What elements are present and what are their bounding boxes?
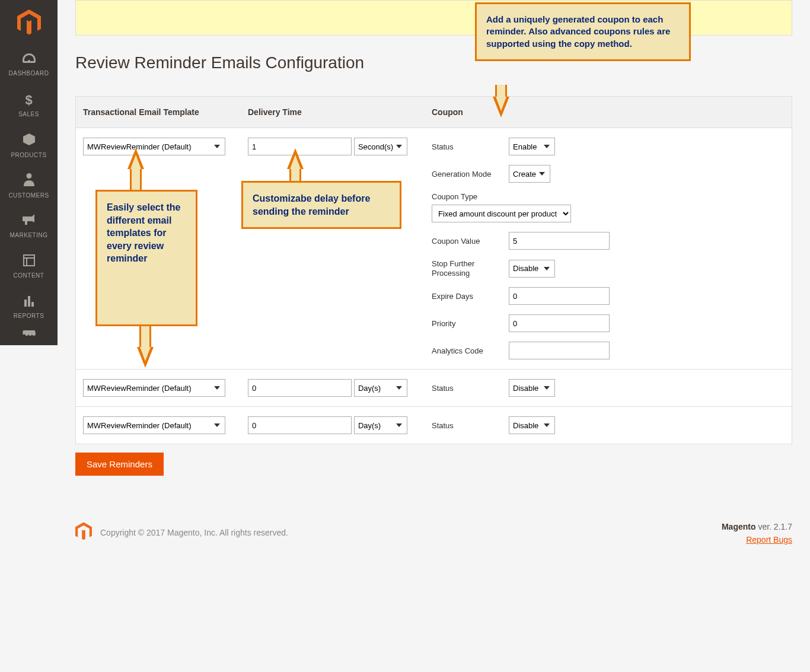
coupon-expire-input[interactable] <box>509 287 610 305</box>
annotation-arrow-down-icon <box>137 347 154 368</box>
template-select[interactable]: MWReviewReminder (Default) <box>83 138 225 155</box>
save-reminders-button[interactable]: Save Reminders <box>75 453 164 476</box>
coupon-value-input[interactable] <box>509 232 610 250</box>
bars-icon <box>23 295 35 310</box>
coupon-genmode-select[interactable]: Create <box>509 165 550 183</box>
status-label: Status <box>432 384 509 393</box>
couponvalue-label: Coupon Value <box>432 237 509 246</box>
annotation-arrow-up-icon <box>127 148 144 169</box>
annotation-arrow-up-icon <box>287 148 304 169</box>
coupontype-label: Coupon Type <box>432 192 785 201</box>
priority-label: Priority <box>432 319 509 328</box>
dollar-icon: $ <box>25 93 32 108</box>
delivery-unit-select[interactable]: Day(s) <box>354 379 407 397</box>
annotation-arrow-stem <box>495 85 507 97</box>
footer-version: Magento ver. 2.1.7 <box>722 522 792 531</box>
nav-products[interactable]: PRODUCTS <box>0 125 58 165</box>
layout-icon <box>23 254 35 269</box>
nav-customers[interactable]: CUSTOMERS <box>0 165 58 206</box>
svg-rect-0 <box>24 300 27 307</box>
nav-stores-partial[interactable] <box>0 327 58 351</box>
magento-logo[interactable] <box>0 0 58 44</box>
page-footer: Copyright © 2017 Magento, Inc. All right… <box>58 492 810 568</box>
annotation-coupon-callout: Add a uniquely generated coupon to each … <box>475 2 691 61</box>
svg-rect-2 <box>31 302 34 307</box>
megaphone-icon <box>23 214 36 229</box>
stop-label: Stop Further Processing <box>432 259 509 278</box>
expire-label: Expire Days <box>432 292 509 301</box>
reminder-row: MWReviewReminder (Default) Day(s) Status… <box>75 370 792 407</box>
nav-content[interactable]: CONTENT <box>0 246 58 286</box>
annotation-arrow-stem <box>139 326 151 347</box>
gauge-icon <box>23 53 36 67</box>
nav-label: DASHBOARD <box>9 70 49 77</box>
nav-label: SALES <box>18 111 39 117</box>
coupon-type-select[interactable]: Fixed amount discount per product <box>432 205 571 222</box>
template-select[interactable]: MWReviewReminder (Default) <box>83 416 225 434</box>
reminder-row: MWReviewReminder (Default) Day(s) Status… <box>75 407 792 444</box>
stores-icon <box>23 330 36 344</box>
annotation-delivery-callout: Customizabe delay before sending the rem… <box>241 181 401 229</box>
analytics-label: Analytics Code <box>432 346 509 355</box>
annotation-arrow-down-icon <box>493 97 509 117</box>
coupon-status-select[interactable]: Disable <box>509 379 555 397</box>
magento-logo-icon <box>75 522 92 543</box>
admin-sidebar: DASHBOARD $SALES PRODUCTS CUSTOMERS MARK… <box>0 0 58 345</box>
delivery-time-input[interactable] <box>248 379 352 397</box>
status-label: Status <box>432 142 509 151</box>
annotation-arrow-stem <box>289 169 301 181</box>
nav-sales[interactable]: $SALES <box>0 85 58 125</box>
col-template-header: Transactional Email Template <box>83 107 248 117</box>
annotation-template-callout: Easily select the different email templa… <box>95 190 197 326</box>
genmode-label: Generation Mode <box>432 170 509 179</box>
footer-copyright: Copyright © 2017 Magento, Inc. All right… <box>100 528 288 537</box>
table-header: Transactional Email Template Delivery Ti… <box>75 96 792 128</box>
nav-label: CONTENT <box>14 272 44 279</box>
col-coupon-header: Coupon <box>432 107 785 117</box>
coupon-status-select[interactable]: Disable <box>509 416 555 434</box>
report-bugs-link[interactable]: Report Bugs <box>722 535 792 544</box>
coupon-priority-input[interactable] <box>509 314 610 332</box>
nav-dashboard[interactable]: DASHBOARD <box>0 44 58 85</box>
col-delivery-header: Delivery Time <box>248 107 432 117</box>
template-select[interactable]: MWReviewReminder (Default) <box>83 379 225 397</box>
coupon-stop-select[interactable]: Disable <box>509 260 555 278</box>
nav-label: CUSTOMERS <box>8 192 49 199</box>
annotation-arrow-stem <box>130 169 142 190</box>
nav-label: REPORTS <box>14 313 44 319</box>
svg-rect-1 <box>28 296 30 307</box>
delivery-unit-select[interactable]: Day(s) <box>354 416 407 434</box>
nav-label: PRODUCTS <box>11 152 46 158</box>
coupon-analytics-input[interactable] <box>509 342 610 359</box>
coupon-status-select[interactable]: Enable <box>509 138 555 155</box>
nav-reports[interactable]: REPORTS <box>0 286 58 327</box>
delivery-time-input[interactable] <box>248 416 352 434</box>
nav-marketing[interactable]: MARKETING <box>0 206 58 246</box>
person-icon <box>24 173 34 189</box>
delivery-unit-select[interactable]: Second(s) <box>354 138 407 155</box>
status-label: Status <box>432 421 509 430</box>
box-icon <box>23 133 36 149</box>
nav-label: MARKETING <box>10 232 48 238</box>
